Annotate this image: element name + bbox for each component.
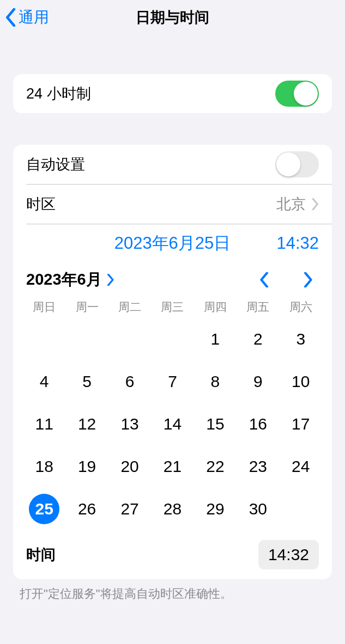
toggle-24h[interactable] (275, 81, 319, 107)
label-timezone: 时区 (26, 194, 56, 214)
calendar-empty-cell (65, 318, 108, 360)
calendar-day[interactable]: 7 (151, 360, 193, 403)
selected-time-link[interactable]: 14:32 (253, 234, 319, 253)
back-button[interactable]: 通用 (5, 7, 49, 28)
calendar-day[interactable]: 20 (108, 445, 151, 488)
calendar-day[interactable]: 9 (237, 360, 279, 403)
weekday-label: 周五 (237, 299, 279, 315)
back-label: 通用 (19, 7, 49, 28)
chevron-right-icon (106, 274, 114, 286)
selected-date-link[interactable]: 2023年6月25日 (92, 232, 253, 255)
calendar-day[interactable]: 2 (237, 318, 279, 360)
footer-note: 打开"定位服务"将提高自动时区准确性。 (0, 579, 345, 602)
next-month-button[interactable] (297, 269, 319, 291)
label-auto-set: 自动设置 (26, 155, 85, 174)
calendar-day[interactable]: 23 (237, 445, 279, 488)
calendar-grid: 1234567891011121314151617181920212223242… (13, 315, 332, 536)
weekday-label: 周二 (108, 299, 151, 315)
page-title: 日期与时间 (0, 8, 345, 27)
group-date-settings: 自动设置 时区 北京 2023年6月25日 14:32 2023年6月 周日 (13, 145, 332, 579)
weekday-label: 周三 (151, 299, 193, 315)
prev-month-button[interactable] (253, 269, 275, 291)
calendar-day[interactable]: 18 (23, 445, 65, 488)
row-24h: 24 小时制 (13, 74, 332, 113)
calendar-day[interactable]: 15 (194, 403, 237, 445)
calendar-day[interactable]: 27 (108, 488, 151, 530)
calendar-day[interactable]: 8 (194, 360, 237, 403)
calendar-empty-cell (108, 318, 151, 360)
calendar-day[interactable]: 1 (194, 318, 237, 360)
calendar-day[interactable]: 16 (237, 403, 279, 445)
weekday-label: 周日 (23, 299, 65, 315)
chevron-left-icon (259, 272, 269, 287)
calendar-day[interactable]: 10 (280, 360, 322, 403)
month-picker-button[interactable]: 2023年6月 (26, 269, 114, 291)
row-auto-set: 自动设置 (13, 145, 332, 184)
weekday-label: 周一 (65, 299, 108, 315)
weekday-header: 周日周一周二周三周四周五周六 (13, 294, 332, 315)
calendar-day[interactable]: 4 (23, 360, 65, 403)
calendar-day[interactable]: 5 (65, 360, 108, 403)
calendar-day[interactable]: 12 (65, 403, 108, 445)
calendar-day[interactable]: 19 (65, 445, 108, 488)
month-label-text: 2023年6月 (26, 269, 102, 291)
row-time: 时间 14:32 (13, 536, 332, 579)
calendar-day[interactable]: 14 (151, 403, 193, 445)
label-24h: 24 小时制 (26, 84, 91, 103)
weekday-label: 周四 (194, 299, 237, 315)
month-nav: 2023年6月 (13, 257, 332, 294)
chevron-right-icon (311, 198, 319, 210)
calendar-day[interactable]: 25 (23, 488, 65, 530)
weekday-label: 周六 (280, 299, 322, 315)
toggle-auto-set[interactable] (275, 151, 319, 177)
calendar-empty-cell (151, 318, 193, 360)
chevron-right-icon (303, 272, 313, 287)
calendar-day[interactable]: 3 (280, 318, 322, 360)
selected-datetime-header: 2023年6月25日 14:32 (13, 224, 332, 257)
calendar-day[interactable]: 22 (194, 445, 237, 488)
calendar-day[interactable]: 29 (194, 488, 237, 530)
calendar-day[interactable]: 26 (65, 488, 108, 530)
calendar-day[interactable]: 30 (237, 488, 279, 530)
calendar-day[interactable]: 13 (108, 403, 151, 445)
calendar-day[interactable]: 28 (151, 488, 193, 530)
chevron-left-icon (5, 8, 16, 27)
calendar-empty-cell (23, 318, 65, 360)
group-24h: 24 小时制 (13, 74, 332, 113)
calendar-day[interactable]: 17 (280, 403, 322, 445)
value-timezone: 北京 (276, 194, 306, 214)
calendar-day[interactable]: 6 (108, 360, 151, 403)
calendar-day[interactable]: 21 (151, 445, 193, 488)
row-timezone[interactable]: 时区 北京 (13, 185, 332, 224)
label-time: 时间 (26, 545, 56, 565)
calendar-day[interactable]: 11 (23, 403, 65, 445)
calendar-day[interactable]: 24 (280, 445, 322, 488)
time-picker-chip[interactable]: 14:32 (258, 540, 319, 569)
